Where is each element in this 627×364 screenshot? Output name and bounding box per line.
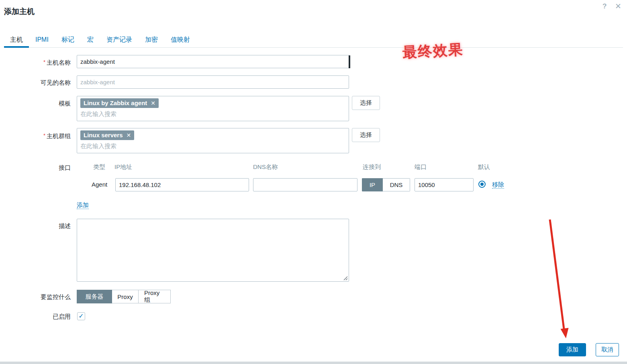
column-type: 类型	[93, 163, 105, 171]
connect-to-ip-option[interactable]: IP	[362, 178, 383, 191]
tab-inventory[interactable]: 资产记录	[100, 33, 139, 48]
tab-value-mapping[interactable]: 值映射	[164, 33, 196, 48]
page-bottom-edge	[0, 362, 627, 364]
column-port: 端口	[415, 163, 427, 171]
tab-ipmi[interactable]: IPMI	[29, 33, 55, 48]
templates-search-placeholder: 在此输入搜索	[80, 110, 345, 118]
interfaces-label: 接口	[0, 164, 71, 171]
tab-tags[interactable]: 标记	[55, 33, 81, 48]
tab-encryption[interactable]: 加密	[139, 33, 164, 48]
close-icon[interactable]: ✕	[615, 2, 621, 11]
template-tag: Linux by Zabbix agent✕	[80, 98, 159, 108]
remove-interface-link[interactable]: 移除	[492, 181, 504, 189]
visible-name-label: 可见的名称	[0, 79, 71, 86]
templates-label: 模板	[0, 100, 71, 107]
monitored-by-proxy-group-option[interactable]: Proxy组	[139, 290, 171, 303]
connect-to-toggle: IP DNS	[362, 178, 410, 191]
host-groups-label: *主机群组	[0, 132, 71, 140]
help-icon[interactable]: ?	[602, 2, 607, 10]
connect-to-dns-option[interactable]: DNS	[383, 178, 410, 191]
templates-multiselect[interactable]: Linux by Zabbix agent✕ 在此输入搜索	[77, 96, 349, 121]
monitored-by-label: 要监控什么	[0, 293, 71, 301]
host-name-label: *主机名称	[0, 58, 71, 66]
interface-ip-input[interactable]	[115, 178, 249, 191]
interface-type: Agent	[92, 181, 107, 188]
tag-remove-icon[interactable]: ✕	[127, 132, 131, 138]
add-host-dialog: 添加主机 ? ✕ 主机 IPMI 标记 宏 资产记录 加密 值映射 最终效果 *…	[0, 0, 627, 364]
host-groups-select-button[interactable]: 选择	[352, 128, 380, 142]
tab-macros[interactable]: 宏	[81, 33, 100, 48]
host-name-input[interactable]	[77, 55, 349, 68]
description-label: 描述	[0, 222, 71, 230]
column-dns: DNS名称	[253, 163, 278, 171]
templates-select-button[interactable]: 选择	[352, 96, 380, 110]
monitored-by-segmented-control: 服务器 Proxy Proxy组	[77, 290, 171, 303]
required-asterisk: *	[43, 132, 45, 138]
radio-dot	[480, 183, 484, 186]
checkmark-icon: ✓	[78, 313, 84, 319]
default-interface-radio[interactable]	[478, 181, 486, 188]
dialog-title: 添加主机	[4, 6, 35, 17]
visible-name-input[interactable]	[77, 75, 349, 89]
add-button[interactable]: 添加	[559, 343, 586, 356]
resize-handle-icon[interactable]	[343, 276, 348, 281]
column-connect-to: 连接到	[363, 163, 381, 171]
interface-port-input[interactable]	[415, 178, 474, 191]
required-asterisk: *	[43, 59, 45, 65]
description-textarea[interactable]	[77, 219, 349, 282]
monitored-by-proxy-option[interactable]: Proxy	[112, 290, 139, 303]
interface-dns-input[interactable]	[253, 178, 357, 191]
annotation-text: 最终效果	[402, 40, 464, 63]
add-interface-link[interactable]: 添加	[77, 201, 89, 209]
enabled-checkbox[interactable]: ✓	[77, 312, 85, 320]
monitored-by-server-option[interactable]: 服务器	[77, 290, 112, 303]
cancel-button[interactable]: 取消	[596, 343, 619, 356]
text-cursor	[349, 55, 350, 68]
column-ip: IP地址	[114, 163, 132, 171]
host-groups-search-placeholder: 在此输入搜索	[80, 142, 345, 150]
host-groups-multiselect[interactable]: Linux servers✕ 在此输入搜索	[77, 128, 349, 153]
enabled-label: 已启用	[0, 313, 71, 320]
tag-remove-icon[interactable]: ✕	[151, 100, 155, 106]
host-group-tag: Linux servers✕	[80, 130, 134, 140]
tab-host[interactable]: 主机	[4, 33, 29, 48]
column-default: 默认	[478, 163, 490, 171]
tab-bar: 主机 IPMI 标记 宏 资产记录 加密 值映射	[4, 33, 196, 48]
